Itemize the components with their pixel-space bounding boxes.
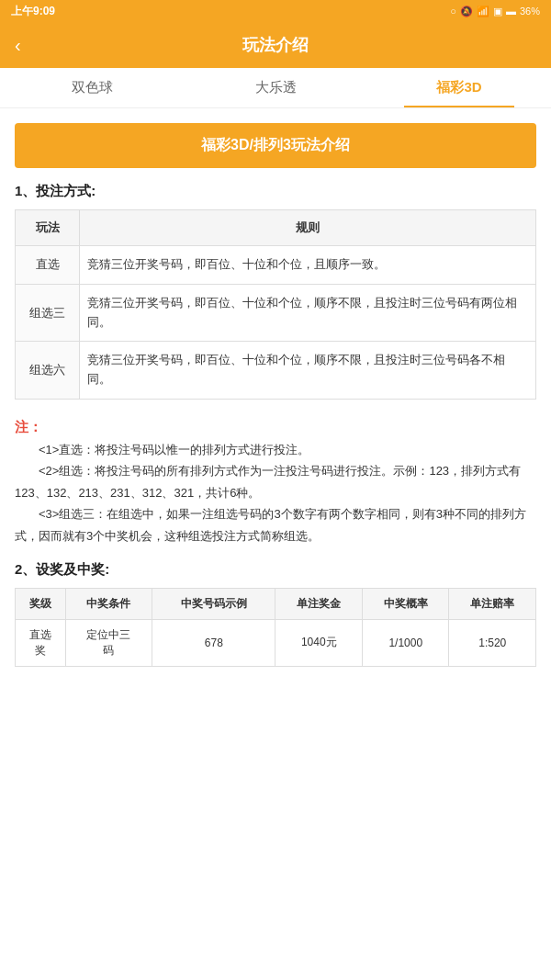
tab-bar: 双色球 大乐透 福彩3D (0, 68, 551, 108)
prize-col-prize: 单注奖金 (276, 588, 363, 619)
tab-shuangseqiu[interactable]: 双色球 (0, 68, 184, 107)
back-button[interactable]: ‹ (15, 35, 21, 56)
status-time: 上午9:09 (11, 4, 55, 19)
note-item-2: <2>组选：将投注号码的所有排列方式作为一注投注号码进行投注。示例：123，排列… (15, 460, 536, 503)
prize-probability: 1/1000 (362, 619, 449, 666)
header: ‹ 玩法介绍 (0, 22, 551, 68)
note-label: 注： (15, 419, 42, 434)
section2-title: 2、设奖及中奖: (15, 561, 536, 579)
signal-icon: ▣ (493, 6, 502, 17)
prize-condition: 定位中三码 (65, 619, 152, 666)
prize-col-example: 中奖号码示例 (152, 588, 276, 619)
game-rule-zuxuan3: 竞猜三位开奖号码，即百位、十位和个位，顺序不限，且投注时三位号码有两位相同。 (80, 284, 536, 342)
prize-col-probability: 中奖概率 (362, 588, 449, 619)
prize-col-condition: 中奖条件 (65, 588, 152, 619)
table-row: 组选六 竞猜三位开奖号码，即百位、十位和个位，顺序不限，且投注时三位号码各不相同… (16, 342, 536, 400)
game-rules-table: 玩法 规则 直选 竞猜三位开奖号码，即百位、十位和个位，且顺序一致。 组选三 竞… (15, 209, 536, 400)
battery-percent: 36% (520, 6, 540, 17)
col-header-rule: 规则 (80, 210, 536, 246)
banner: 福彩3D/排列3玩法介绍 (15, 123, 536, 168)
game-name-zuxuan6: 组选六 (16, 342, 80, 400)
game-name-zhixuan: 直选 (16, 246, 80, 285)
bell-icon: 🔕 (460, 6, 473, 17)
status-icons: ○ 🔕 📶 ▣ ▬ 36% (450, 6, 540, 17)
prize-table: 奖级 中奖条件 中奖号码示例 单注奖金 中奖概率 单注赔率 直选奖 定位中三码 … (15, 588, 536, 667)
prize-col-level: 奖级 (16, 588, 66, 619)
note-item-3: <3>组选三：在组选中，如果一注组选号码的3个数字有两个数字相同，则有3种不同的… (15, 503, 536, 546)
tab-daletou[interactable]: 大乐透 (184, 68, 367, 107)
battery-icon: ▬ (506, 6, 516, 17)
content-area: 福彩3D/排列3玩法介绍 1、投注方式: 玩法 规则 直选 竞猜三位开奖号码，即… (0, 108, 551, 681)
note-item-1: <1>直选：将投注号码以惟一的排列方式进行投注。 (15, 439, 536, 460)
clock-icon: ○ (450, 6, 456, 17)
table-row: 组选三 竞猜三位开奖号码，即百位、十位和个位，顺序不限，且投注时三位号码有两位相… (16, 284, 536, 342)
prize-amount: 1040元 (276, 619, 363, 666)
prize-col-ratio: 单注赔率 (449, 588, 536, 619)
prize-row: 直选奖 定位中三码 678 1040元 1/1000 1:520 (16, 619, 536, 666)
prize-level: 直选奖 (16, 619, 66, 666)
prize-ratio: 1:520 (449, 619, 536, 666)
wifi-icon: 📶 (477, 6, 489, 17)
status-bar: 上午9:09 ○ 🔕 📶 ▣ ▬ 36% (0, 0, 551, 22)
section1-title: 1、投注方式: (15, 183, 536, 200)
page-title: 玩法介绍 (242, 34, 309, 56)
table-row: 直选 竞猜三位开奖号码，即百位、十位和个位，且顺序一致。 (16, 246, 536, 285)
notes-section: 注： <1>直选：将投注号码以惟一的排列方式进行投注。 <2>组选：将投注号码的… (15, 414, 536, 546)
col-header-gametype: 玩法 (16, 210, 80, 246)
prize-example: 678 (152, 619, 276, 666)
tab-fucai3d[interactable]: 福彩3D (367, 68, 551, 107)
game-rule-zhixuan: 竞猜三位开奖号码，即百位、十位和个位，且顺序一致。 (80, 246, 536, 285)
game-rule-zuxuan6: 竞猜三位开奖号码，即百位、十位和个位，顺序不限，且投注时三位号码各不相同。 (80, 342, 536, 400)
game-name-zuxuan3: 组选三 (16, 284, 80, 342)
